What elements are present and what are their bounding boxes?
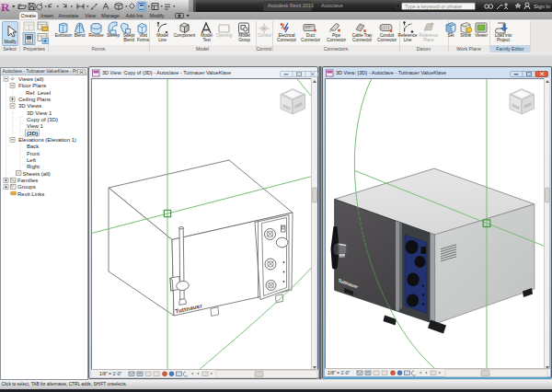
svg-text:{3D}: {3D} [27,131,39,136]
svg-text:Revit Links: Revit Links [17,191,44,197]
svg-text:Type a keyword or phrase: Type a keyword or phrase [405,4,462,9]
svg-text:Select: Select [3,46,17,52]
svg-text:Ceiling Plans: Ceiling Plans [18,97,51,102]
svg-text:Show: Show [460,33,471,38]
svg-text:Model: Model [156,33,167,38]
svg-text:Electrical: Electrical [279,33,295,38]
svg-text:Model: Model [196,46,209,52]
svg-text:Autoclave: Autoclave [321,3,343,8]
svg-text:Cable Tray: Cable Tray [352,33,373,38]
svg-text:Forms: Forms [137,38,150,42]
svg-text:Autodesk Revit 2013: Autodesk Revit 2013 [268,3,314,8]
svg-text:Groups: Groups [17,184,36,190]
svg-text:Load into: Load into [495,33,512,38]
svg-text:Text: Text [202,38,211,42]
svg-text:Front: Front [27,151,40,156]
svg-text:Connector: Connector [277,38,296,42]
svg-text:Swept: Swept [123,33,135,38]
svg-text:Set: Set [448,33,455,38]
svg-text:Modify: Modify [4,40,17,44]
svg-text:Control: Control [257,46,272,52]
svg-text:Extrusion: Extrusion [55,33,73,38]
svg-text:View 1: View 1 [27,123,44,129]
svg-text:Families: Families [17,178,38,183]
svg-text:Forms: Forms [92,46,106,52]
svg-text:Pipe: Pipe [332,33,340,38]
svg-text:Sweep: Sweep [107,33,120,38]
svg-text:3D Views: 3D Views [18,103,41,109]
svg-text:Connectors: Connectors [324,46,349,52]
svg-text:Line: Line [404,38,412,42]
svg-text:Blend: Blend [75,33,86,38]
svg-text:Family Editor: Family Editor [496,46,524,52]
svg-text:Views (all): Views (all) [18,76,44,82]
svg-text:Project: Project [497,38,511,42]
svg-text:Control: Control [258,33,270,38]
svg-text:Plane: Plane [423,38,434,42]
svg-text:R: R [1,0,10,12]
svg-text:Void: Void [139,33,147,38]
svg-text:Left: Left [27,157,36,163]
svg-text:Datum: Datum [417,46,431,52]
svg-text:Copy of {3D}: Copy of {3D} [27,117,58,122]
svg-text:Model: Model [238,33,249,38]
svg-text:Conduit: Conduit [380,33,395,38]
svg-text:Reference: Reference [420,33,439,38]
svg-text:Ref. Level: Ref. Level [26,90,51,96]
svg-text:1/8" = 1'-0": 1/8" = 1'-0" [328,370,351,375]
svg-text:Floor Plans: Floor Plans [18,83,46,88]
svg-text:Component: Component [174,33,196,38]
svg-text:Back: Back [27,144,40,149]
svg-text:Model: Model [201,33,212,38]
svg-text:Revolve: Revolve [88,33,104,38]
svg-text:Connector: Connector [301,38,320,42]
svg-text:Connector: Connector [377,38,397,42]
svg-text:Line: Line [158,38,167,42]
svg-text:3D View 1: 3D View 1 [27,110,52,116]
svg-text:Work Plane: Work Plane [456,46,481,52]
svg-text:1/8" = 1'-0": 1/8" = 1'-0" [99,371,122,376]
svg-text:Opening: Opening [216,33,233,38]
svg-text:Sheets (all): Sheets (all) [23,171,51,177]
svg-text:Group: Group [238,38,250,42]
svg-text:Blend: Blend [123,38,134,42]
svg-text:Connector: Connector [327,38,346,42]
svg-text:Duct: Duct [306,33,316,38]
svg-text:Right: Right [27,164,40,169]
svg-text:Elevations (Elevation 1): Elevations (Elevation 1) [18,137,76,143]
svg-text:Connector: Connector [352,38,372,42]
svg-text:Sign In: Sign In [534,4,550,9]
svg-text:Properties: Properties [23,46,45,52]
svg-text:Viewer: Viewer [475,33,488,38]
svg-text:Reference: Reference [398,33,418,38]
